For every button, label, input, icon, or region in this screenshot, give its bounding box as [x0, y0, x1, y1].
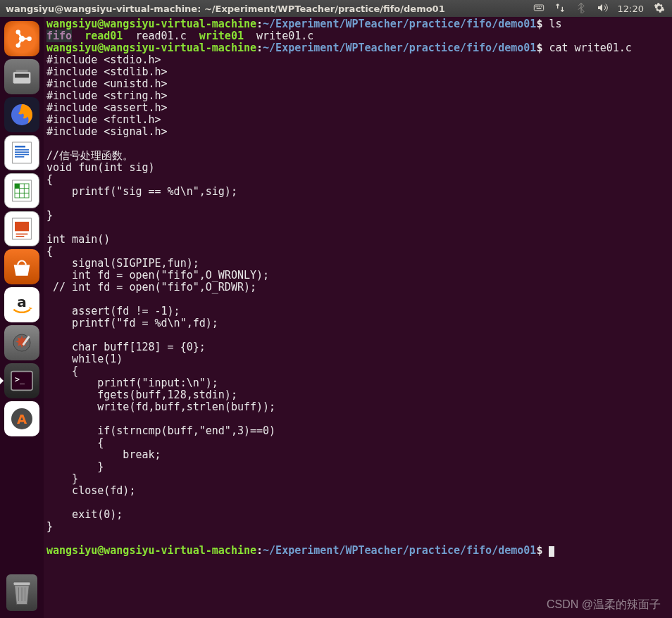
svg-rect-20	[13, 180, 32, 201]
ls-write01: write01	[199, 30, 244, 42]
cursor	[549, 546, 554, 557]
files-icon[interactable]	[4, 59, 39, 94]
cmd-cat: cat write01.c	[542, 42, 631, 54]
launcher: a >_ A	[0, 17, 44, 618]
svg-rect-3	[539, 6, 540, 7]
svg-rect-4	[541, 6, 542, 7]
prompt-user: wangsiyu@wangsiyu-virtual-machine	[46, 18, 256, 30]
svg-rect-19	[15, 156, 24, 158]
svg-text:a: a	[17, 294, 27, 310]
terminal-content[interactable]: wangsiyu@wangsiyu-virtual-machine:~/Expe…	[44, 17, 672, 618]
prompt-sep: :	[256, 18, 263, 30]
svg-rect-15	[15, 146, 25, 148]
settings-icon[interactable]	[4, 325, 39, 360]
network-icon[interactable]	[554, 2, 566, 15]
prompt-path: ~/Experiment/WPTeacher/practice/fifo/dem…	[263, 18, 536, 30]
trash-icon[interactable]	[6, 574, 37, 611]
libreoffice-writer-icon[interactable]	[4, 135, 39, 170]
system-tray: 12:20	[533, 2, 672, 15]
ubuntu-software-icon[interactable]	[4, 249, 39, 284]
svg-rect-38	[13, 582, 30, 586]
svg-rect-11	[15, 74, 29, 78]
amazon-icon[interactable]: a	[4, 287, 39, 322]
svg-rect-16	[15, 149, 29, 151]
svg-rect-17	[15, 151, 29, 153]
libreoffice-impress-icon[interactable]	[4, 211, 39, 246]
topbar: wangsiyu@wangsiyu-virtual-machine: ~/Exp…	[0, 0, 672, 17]
keyboard-icon[interactable]	[533, 2, 545, 15]
watermark: CSDN @温柔的辣面子	[547, 598, 661, 612]
software-updater-icon[interactable]: A	[4, 401, 39, 436]
dash-icon[interactable]	[4, 21, 39, 56]
ls-write01c: write01.c	[256, 30, 313, 42]
svg-rect-5	[536, 8, 541, 8]
prompt-path: ~/Experiment/WPTeacher/practice/fifo/dem…	[263, 544, 536, 557]
svg-text:A: A	[17, 412, 27, 427]
svg-rect-0	[534, 5, 543, 11]
svg-text:>_: >_	[15, 374, 25, 384]
terminal-icon[interactable]: >_	[4, 363, 39, 398]
prompt-user: wangsiyu@wangsiyu-virtual-machine	[46, 42, 256, 54]
svg-rect-26	[15, 184, 20, 189]
file-content: #include <stdio.h> #include <stdlib.h> #…	[46, 53, 275, 533]
prompt-path: ~/Experiment/WPTeacher/practice/fifo/dem…	[263, 42, 536, 54]
volume-icon[interactable]	[597, 2, 608, 15]
gear-icon[interactable]	[654, 2, 665, 15]
libreoffice-calc-icon[interactable]	[4, 173, 39, 208]
ls-read01c: read01.c	[135, 30, 186, 42]
prompt-user: wangsiyu@wangsiyu-virtual-machine	[46, 544, 256, 557]
svg-rect-2	[537, 6, 538, 7]
firefox-icon[interactable]	[4, 97, 39, 132]
window-title: wangsiyu@wangsiyu-virtual-machine: ~/Exp…	[0, 4, 533, 14]
svg-rect-29	[16, 234, 28, 235]
svg-rect-30	[16, 236, 25, 237]
ls-fifo: fifo	[46, 30, 72, 42]
svg-rect-18	[15, 154, 29, 156]
svg-rect-12	[16, 70, 28, 72]
svg-rect-28	[15, 222, 29, 231]
ls-read01: read01	[85, 30, 123, 42]
clock[interactable]: 12:20	[618, 4, 644, 14]
bluetooth-icon[interactable]	[575, 2, 587, 15]
svg-rect-1	[535, 6, 536, 7]
cmd-ls: ls	[542, 18, 561, 30]
